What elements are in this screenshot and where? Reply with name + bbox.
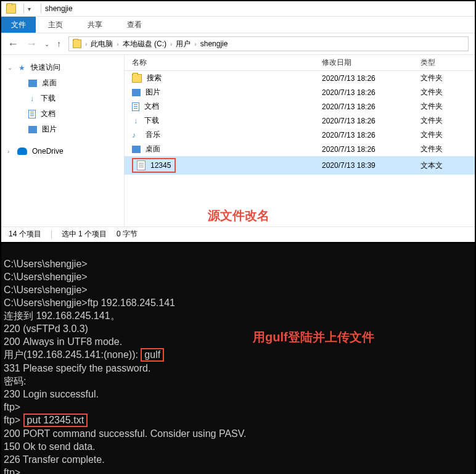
- col-date[interactable]: 修改日期: [322, 57, 421, 68]
- terminal-command: ftp 192.168.245.141: [88, 297, 175, 308]
- desktop-icon: [132, 146, 141, 153]
- terminal-line: C:\Users\shengjie>: [4, 259, 88, 269]
- terminal-line: C:\Users\shengjie>: [4, 272, 88, 282]
- title-bar: ▾ shengjie: [1, 1, 475, 17]
- terminal-line: C:\Users\shengjie>: [4, 297, 88, 308]
- sidebar: ⌄ ★ 快速访问 桌面 ↓下载 文档 图片 › OneDrive: [1, 55, 125, 227]
- terminal-line: ftp>: [4, 402, 20, 412]
- separator: [23, 4, 24, 14]
- breadcrumb-item[interactable]: shengjie: [200, 40, 228, 48]
- explorer-window: ▾ shengjie 文件 主页 共享 查看 ← → ⌄ ↑ › 此电脑 › 本…: [1, 1, 475, 242]
- status-selection: 选中 1 个项目: [62, 229, 107, 239]
- breadcrumb-item[interactable]: 用户: [176, 39, 191, 49]
- file-row[interactable]: 搜索2020/7/13 18:26文件夹: [125, 71, 475, 85]
- highlight-put-command: put 12345.txt: [23, 414, 88, 427]
- tab-home[interactable]: 主页: [36, 17, 75, 33]
- chevron-right-icon: ›: [194, 41, 196, 48]
- up-button[interactable]: ↑: [57, 39, 61, 49]
- terminal-line: 连接到 192.168.245.141。: [4, 310, 120, 321]
- file-row[interactable]: ↓下载2020/7/13 18:26文件夹: [125, 114, 475, 128]
- folder-icon: [73, 40, 81, 48]
- tab-view[interactable]: 查看: [115, 17, 154, 33]
- picture-icon: [28, 126, 37, 133]
- terminal-line: ftp>: [4, 467, 20, 474]
- document-icon: [28, 110, 36, 118]
- col-type[interactable]: 类型: [421, 57, 475, 68]
- sidebar-label: 快速访问: [31, 62, 60, 73]
- file-row-selected[interactable]: 123452020/7/13 18:39文本文: [125, 156, 475, 175]
- sidebar-item-desktop[interactable]: 桌面: [1, 75, 124, 91]
- terminal[interactable]: C:\Users\shengjie> C:\Users\shengjie> C:…: [1, 243, 475, 474]
- sidebar-onedrive[interactable]: › OneDrive: [1, 144, 124, 158]
- column-headers[interactable]: 名称 修改日期 类型: [125, 55, 475, 71]
- terminal-line: 密码:: [4, 376, 29, 386]
- picture-icon: [132, 89, 141, 96]
- terminal-line: 用户(192.168.245.141:(none)):: [4, 349, 141, 360]
- file-row[interactable]: 文档2020/7/13 18:26文件夹: [125, 99, 475, 114]
- tab-share[interactable]: 共享: [75, 17, 115, 33]
- terminal-line: 220 (vsFTPd 3.0.3): [4, 323, 88, 334]
- back-button[interactable]: ←: [7, 38, 18, 51]
- chevron-right-icon: ›: [117, 41, 118, 48]
- terminal-line: 150 Ok to send data.: [4, 441, 96, 452]
- annotation-rename: 源文件改名: [208, 207, 269, 224]
- history-dropdown[interactable]: ⌄: [44, 41, 49, 48]
- onedrive-icon: [17, 148, 27, 155]
- file-list: 名称 修改日期 类型 搜索2020/7/13 18:26文件夹 图片2020/7…: [125, 55, 475, 227]
- status-bar: 14 个项目 选中 1 个项目 0 字节: [1, 227, 475, 241]
- text-file-icon: [137, 160, 146, 170]
- nav-bar: ← → ⌄ ↑ › 此电脑 › 本地磁盘 (C:) › 用户 › shengji…: [1, 33, 475, 55]
- download-icon: ↓: [132, 117, 139, 125]
- breadcrumb-item[interactable]: 本地磁盘 (C:): [123, 39, 166, 49]
- terminal-line: 331 Please specify the password.: [4, 363, 150, 373]
- sidebar-item-pictures[interactable]: 图片: [1, 122, 124, 137]
- terminal-line: 200 PORT command successful. Consider us…: [4, 428, 246, 439]
- sidebar-item-downloads[interactable]: ↓下载: [1, 91, 124, 106]
- document-icon: [132, 102, 139, 111]
- annotation-login-upload: 用gulf登陆并上传文件: [253, 331, 374, 344]
- caret-icon: ⌄: [7, 64, 12, 71]
- terminal-line: 200 Always in UTF8 mode.: [4, 336, 122, 347]
- col-name[interactable]: 名称: [125, 57, 322, 68]
- status-size: 0 字节: [117, 229, 137, 239]
- chevron-right-icon: ›: [85, 41, 87, 48]
- music-icon: ♪: [132, 131, 141, 139]
- download-icon: ↓: [28, 95, 36, 102]
- body-area: ⌄ ★ 快速访问 桌面 ↓下载 文档 图片 › OneDrive 名称 修改日期…: [1, 55, 475, 227]
- forward-button[interactable]: →: [26, 38, 37, 51]
- terminal-line: 230 Login successful.: [4, 389, 99, 399]
- terminal-line: 226 Transfer complete.: [4, 454, 105, 465]
- chevron-down-icon[interactable]: ▾: [28, 6, 31, 12]
- terminal-line: C:\Users\shengjie>: [4, 285, 88, 295]
- file-row[interactable]: ♪音乐2020/7/13 18:26文件夹: [125, 128, 475, 142]
- sidebar-item-documents[interactable]: 文档: [1, 106, 124, 122]
- terminal-line: ftp>: [4, 415, 23, 425]
- folder-icon: [132, 74, 142, 83]
- sidebar-quick-access[interactable]: ⌄ ★ 快速访问: [1, 60, 124, 75]
- caret-icon: ›: [7, 148, 9, 155]
- desktop-icon: [28, 80, 37, 87]
- status-count: 14 个项目: [9, 229, 41, 239]
- highlight-username: gulf: [141, 348, 164, 362]
- highlight-box: 12345: [132, 158, 176, 173]
- separator: [41, 4, 41, 14]
- star-icon: ★: [17, 64, 26, 72]
- window-title: shengjie: [45, 4, 73, 13]
- file-row[interactable]: 图片2020/7/13 18:26文件夹: [125, 85, 475, 99]
- folder-icon: [6, 4, 16, 14]
- ribbon-tabs: 文件 主页 共享 查看: [1, 17, 475, 33]
- breadcrumb[interactable]: › 此电脑 › 本地磁盘 (C:) › 用户 › shengjie: [68, 36, 469, 51]
- separator: [51, 230, 52, 239]
- sidebar-label: OneDrive: [32, 147, 64, 156]
- file-row[interactable]: 桌面2020/7/13 18:26文件夹: [125, 142, 475, 156]
- tab-file[interactable]: 文件: [1, 17, 36, 33]
- chevron-right-icon: ›: [170, 41, 172, 48]
- breadcrumb-item[interactable]: 此电脑: [91, 39, 113, 49]
